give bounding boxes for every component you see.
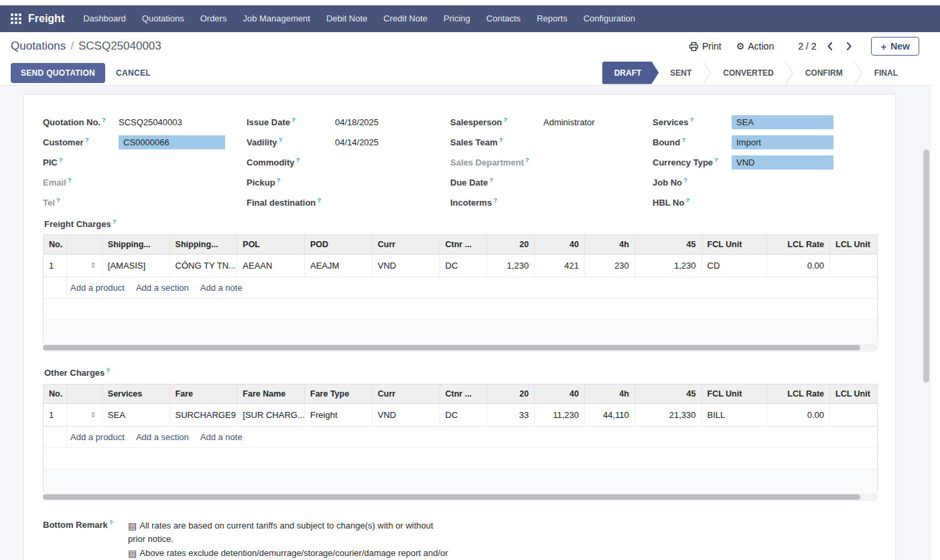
menu-item-dashboard[interactable]: Dashboard [75, 5, 134, 32]
table-cell-lcl-rate[interactable]: 0.00 [767, 404, 830, 426]
menu-item-orders[interactable]: Orders [192, 5, 235, 32]
table-cell-lcl-unit[interactable] [830, 404, 877, 426]
add-a-product-link[interactable]: Add a product [70, 283, 125, 293]
chevron-right-icon [846, 42, 852, 50]
apps-grid-icon[interactable] [11, 13, 21, 24]
add-a-note-link[interactable]: Add a note [200, 432, 243, 442]
field-value-issue-date[interactable]: 04/18/2025 [335, 117, 379, 127]
pager-previous-button[interactable] [825, 41, 835, 52]
table-cell-shipping[interactable]: [AMASIS] [103, 255, 170, 277]
menu-item-contacts[interactable]: Contacts [478, 5, 529, 32]
field-value-quotation-no[interactable]: SCSQ25040003 [119, 117, 182, 127]
column-header-45: 45 [635, 235, 702, 254]
send-quotation-button[interactable]: SEND QUOTATION [11, 63, 105, 83]
table-cell-fare-type[interactable]: Freight [305, 404, 373, 426]
stage-final[interactable]: FINAL [863, 68, 909, 78]
horizontal-scrollbar [43, 344, 878, 352]
table-cell-40[interactable]: 421 [535, 255, 585, 277]
horizontal-scrollbar-thumb[interactable] [43, 494, 860, 500]
action-button[interactable]: ⚙ Action [736, 41, 774, 52]
drag-handle-cell[interactable]: ⇕ [67, 255, 103, 277]
bottom-remark-label: Bottom Remark? [43, 518, 128, 530]
menu-item-configuration[interactable]: Configuration [576, 5, 643, 32]
table-cell-fcl-unit[interactable]: BILL [702, 404, 768, 426]
stage-draft[interactable]: DRAFT [602, 62, 659, 84]
field-value-vadility[interactable]: 04/14/2025 [335, 137, 379, 147]
stage-confirm[interactable]: CONFIRM [794, 68, 854, 78]
cancel-button[interactable]: CANCEL [116, 68, 151, 78]
table-cell-40[interactable]: 11,230 [535, 404, 585, 426]
field-label-job-no: Job No? [653, 176, 732, 188]
column-header-handle [67, 235, 103, 254]
field-value-services[interactable]: SEA [732, 115, 833, 129]
help-marker-icon: ? [68, 176, 72, 184]
menu-item-quotations[interactable]: Quotations [134, 5, 192, 32]
drag-handle-icon[interactable]: ⇕ [90, 411, 96, 419]
drag-handle-cell[interactable]: ⇕ [67, 404, 103, 426]
table-add-links-row: Add a productAdd a sectionAdd a note [44, 277, 877, 299]
table-cell-20[interactable]: 1,230 [487, 255, 535, 277]
help-marker-icon: ? [489, 176, 493, 184]
right-margin-strip [931, 32, 940, 560]
table-cell-fare[interactable]: SURCHARGE9 [170, 404, 238, 426]
table-cell-ctnr[interactable]: DC [440, 255, 488, 277]
add-a-section-link[interactable]: Add a section [136, 283, 189, 293]
column-header-lcl-unit: LCL Unit [830, 384, 877, 403]
table-cell-45[interactable]: 21,330 [635, 404, 702, 426]
field-value-customer[interactable]: CS0000066 [119, 135, 225, 149]
menu-item-reports[interactable]: Reports [529, 5, 576, 32]
stage-converted[interactable]: CONVERTED [712, 68, 785, 78]
table-cell-no[interactable]: 1 [44, 255, 67, 277]
table-cell-20[interactable]: 33 [487, 404, 535, 426]
table-cell-fcl-unit[interactable]: CD [702, 255, 768, 277]
table-cell-4h[interactable]: 230 [585, 255, 635, 277]
table-cell-curr[interactable]: VND [373, 255, 440, 277]
table-cell-ctnr[interactable]: DC [440, 404, 488, 426]
table-cell-services[interactable]: SEA [103, 404, 170, 426]
table-cell-curr[interactable]: VND [373, 404, 440, 426]
table-cell-pod[interactable]: AEAJM [305, 255, 373, 277]
help-marker-icon: ? [503, 116, 507, 123]
add-a-note-link[interactable]: Add a note [200, 283, 243, 293]
drag-handle-icon[interactable]: ⇕ [90, 261, 96, 270]
menu-item-job-management[interactable]: Job Management [234, 5, 318, 32]
help-marker-icon: ? [681, 136, 685, 143]
table-cell-45[interactable]: 1,230 [635, 255, 702, 277]
pager-next-button[interactable] [844, 41, 854, 52]
add-a-section-link[interactable]: Add a section [136, 432, 189, 442]
field-label-hbl-no: HBL No? [653, 196, 732, 208]
other-charges-section: Other Charges?No.ServicesFareFare NameFa… [43, 366, 878, 500]
field-value-bound[interactable]: Import [732, 135, 833, 149]
vertical-scrollbar[interactable] [923, 149, 929, 382]
print-button[interactable]: Print [689, 41, 722, 52]
table-empty-row [44, 299, 877, 320]
table-cell-lcl-unit[interactable] [830, 255, 877, 277]
column-header-20: 20 [487, 384, 535, 403]
column-header-fare-name: Fare Name [237, 384, 305, 403]
field-value-salesperson[interactable]: Administrator [543, 117, 595, 127]
app-name-menu[interactable]: Freight [28, 13, 64, 25]
breadcrumb-quotations-link[interactable]: Quotations [11, 40, 66, 53]
table-cell-lcl-rate[interactable]: 0.00 [767, 255, 830, 277]
stage-sent[interactable]: SENT [659, 68, 703, 78]
table-cell-pol[interactable]: AEAAN [237, 255, 305, 277]
field-label-services: Services? [653, 116, 732, 127]
top-navbar: Freight DashboardQuotationsOrdersJob Man… [0, 5, 940, 32]
horizontal-scrollbar-thumb[interactable] [43, 345, 860, 350]
table-cell-no[interactable]: 1 [44, 404, 67, 426]
main-menu: DashboardQuotationsOrdersJob ManagementD… [75, 5, 643, 32]
column-header-no: No. [44, 384, 67, 403]
column-header-pol: POL [237, 235, 305, 254]
field-value-currency-type[interactable]: VND [732, 155, 833, 169]
table-cell-shipping[interactable]: CÔNG TY TN... [170, 255, 238, 277]
add-a-product-link[interactable]: Add a product [70, 432, 125, 442]
bottom-remark-text[interactable]: ▤All rates are based on current tariffs … [128, 518, 448, 560]
table-cell-fare-name[interactable]: [SUR CHARG... [237, 404, 305, 426]
table-cell-4h[interactable]: 44,110 [585, 404, 635, 426]
menu-item-credit-note[interactable]: Credit Note [375, 5, 435, 32]
new-button[interactable]: + New [871, 37, 919, 56]
menu-item-debit-note[interactable]: Debit Note [318, 5, 375, 32]
printer-icon [689, 42, 699, 52]
field-label-commodity: Commodity? [247, 156, 335, 167]
menu-item-pricing[interactable]: Pricing [435, 5, 478, 32]
